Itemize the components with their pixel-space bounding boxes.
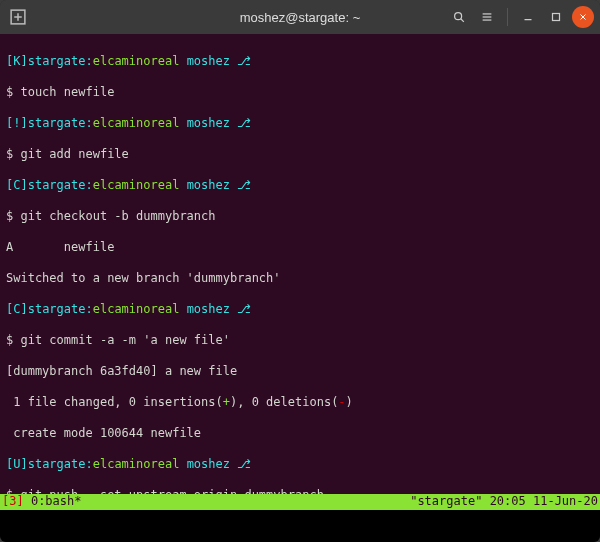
repo: elcaminoreal [93,457,180,471]
colon: : [85,302,92,316]
output-line: A newfile [6,240,594,256]
prompt-line: [K]stargate:elcaminoreal moshez ⎇ [6,54,594,70]
menu-icon[interactable] [475,5,499,29]
prompt-line: [!]stargate:elcaminoreal moshez ⎇ [6,116,594,132]
branch-icon: ⎇ [237,457,251,471]
hostname: stargate [28,457,86,471]
branch-icon: ⎇ [237,178,251,192]
prompt-line: [C]stargate:elcaminoreal moshez ⎇ [6,178,594,194]
text: ), 0 deletions( [230,395,338,409]
command-line: $ git commit -a -m 'a new file' [6,333,594,349]
prompt-line: [C]stargate:elcaminoreal moshez ⎇ [6,302,594,318]
repo: elcaminoreal [93,178,180,192]
tmux-window: 0:bash* [31,494,82,508]
separator [507,8,508,26]
tmux-session: [3] [2,494,31,508]
branch-icon: ⎇ [237,302,251,316]
git-status-prefix: [K] [6,54,28,68]
colon: : [85,54,92,68]
text: ) [346,395,353,409]
repo: elcaminoreal [93,54,180,68]
maximize-button[interactable] [544,5,568,29]
tmux-left: [3] 0:bash* [2,494,81,510]
prompt-line: [U]stargate:elcaminoreal moshez ⎇ [6,457,594,473]
output-line: create mode 100644 newfile [6,426,594,442]
user: moshez [179,302,237,316]
user: moshez [179,116,237,130]
branch-icon: ⎇ [237,54,251,68]
tmux-status-bar: [3] 0:bash* "stargate" 20:05 11-Jun-20 [0,494,600,510]
colon: : [85,116,92,130]
minimize-button[interactable] [516,5,540,29]
hostname: stargate [28,302,86,316]
command-line: $ git add newfile [6,147,594,163]
user: moshez [179,457,237,471]
text: 1 file changed, 0 insertions( [6,395,223,409]
terminal-content[interactable]: [K]stargate:elcaminoreal moshez ⎇ $ touc… [0,34,600,510]
hostname: stargate [28,116,86,130]
search-icon[interactable] [447,5,471,29]
repo: elcaminoreal [93,116,180,130]
output-line: 1 file changed, 0 insertions(+), 0 delet… [6,395,594,411]
bottom-black-area [0,510,600,542]
hostname: stargate [28,54,86,68]
svg-line-4 [461,19,464,22]
svg-point-3 [455,13,462,20]
command-line: $ git checkout -b dummybranch [6,209,594,225]
terminal-window: moshez@stargate: ~ [K]stargate:elcaminor… [0,0,600,542]
git-status-prefix: [U] [6,457,28,471]
colon: : [85,457,92,471]
hostname: stargate [28,178,86,192]
branch-icon: ⎇ [237,116,251,130]
new-tab-button[interactable] [8,7,28,27]
titlebar: moshez@stargate: ~ [0,0,600,34]
close-button[interactable] [572,6,594,28]
git-status-prefix: [C] [6,302,28,316]
output-line: [dummybranch 6a3fd40] a new file [6,364,594,380]
git-status-prefix: [!] [6,116,28,130]
plus: + [223,395,230,409]
svg-rect-9 [553,14,560,21]
command-line: $ touch newfile [6,85,594,101]
minus: - [338,395,345,409]
colon: : [85,178,92,192]
tmux-right: "stargate" 20:05 11-Jun-20 [410,494,598,510]
user: moshez [179,178,237,192]
output-line: Switched to a new branch 'dummybranch' [6,271,594,287]
git-status-prefix: [C] [6,178,28,192]
user: moshez [179,54,237,68]
repo: elcaminoreal [93,302,180,316]
